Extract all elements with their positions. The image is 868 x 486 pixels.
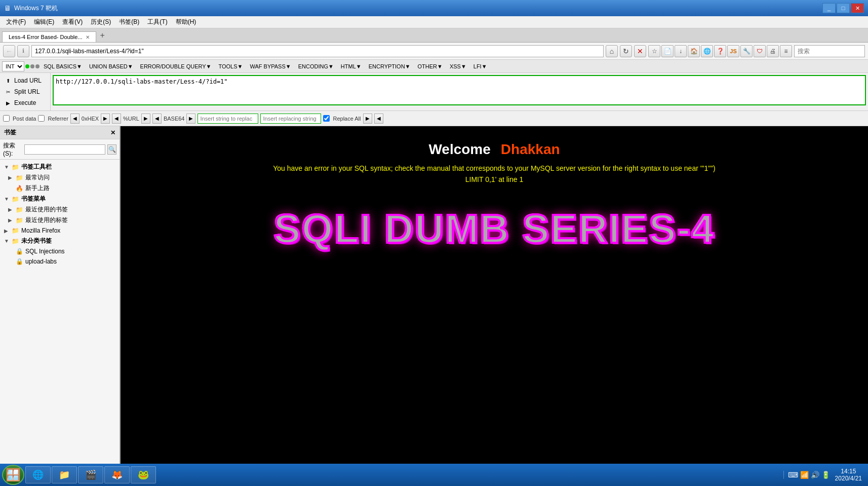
post-data-checkbox[interactable] — [3, 115, 10, 122]
menu-bar: 文件(F) 编辑(E) 查看(V) 历史(S) 书签(B) 工具(T) 帮助(H… — [0, 16, 868, 28]
gray-dot — [30, 64, 34, 68]
print-button[interactable]: 🖨 — [767, 45, 779, 57]
tree-item-toolbar[interactable]: ▼ 📁 书签工具栏 — [0, 162, 120, 172]
error-double-menu[interactable]: ERROR/DOUBLE QUERY▼ — [137, 62, 215, 70]
tree-item-unsorted[interactable]: ▼ 📁 未分类书签 — [0, 236, 120, 246]
hex-right-button[interactable]: ▶ — [101, 114, 110, 124]
close-button[interactable]: ✕ — [851, 3, 864, 13]
insert-replacing-input[interactable] — [260, 114, 321, 124]
refresh-button[interactable]: ↻ — [620, 45, 632, 57]
encoding-menu[interactable]: ENCODING▼ — [295, 62, 337, 70]
sql-basics-menu[interactable]: SQL BASICS▼ — [41, 62, 85, 70]
gray-dot2 — [35, 64, 40, 68]
tab-close-button[interactable]: ✕ — [86, 34, 90, 40]
tray-volume-icon[interactable]: 🔊 — [811, 471, 819, 479]
globe-button[interactable]: 🌐 — [701, 45, 713, 57]
menu-history[interactable]: 历史(S) — [87, 17, 115, 27]
encryption-menu[interactable]: ENCRYPTION▼ — [366, 62, 414, 70]
insert-string-input[interactable] — [198, 114, 258, 124]
taskbar-frog-button[interactable]: 🐸 — [131, 466, 156, 483]
folder-icon: 📁 — [11, 163, 19, 171]
bookmarks-close-button[interactable]: ✕ — [110, 129, 115, 136]
shield-button[interactable]: 🛡 — [754, 45, 766, 57]
taskbar-folder-button[interactable]: 📁 — [52, 466, 77, 483]
url-input-field[interactable]: http://127.0.0.1/sqli-labs-master/Less-4… — [53, 75, 866, 105]
tree-label6: 最近使用的标签 — [25, 216, 68, 225]
menu-bookmarks[interactable]: 书签(B) — [115, 17, 143, 27]
html-menu[interactable]: HTML▼ — [338, 62, 365, 70]
search-input[interactable] — [794, 45, 865, 57]
replace-all-checkbox[interactable] — [323, 115, 330, 122]
hex-left-button[interactable]: ◀ — [70, 114, 80, 124]
nav-bar: ← ℹ ⌂ ↻ ✕ ☆ 📄 ↓ 🏠 🌐 ❓ JS 🔧 🛡 🖨 ≡ — [0, 43, 868, 60]
base64-right-button[interactable]: ▶ — [186, 114, 195, 124]
menu-tools[interactable]: 工具(T) — [143, 17, 171, 27]
bookmark-star-button[interactable]: ☆ — [648, 45, 660, 57]
tree-arrow3: ▶ — [8, 207, 13, 212]
window-title: Windows 7 靶机 — [14, 4, 822, 13]
base64-left-button[interactable]: ◀ — [152, 114, 162, 124]
tree-item-frequent[interactable]: ▶ 📁 最常访问 — [4, 172, 120, 183]
execute-button[interactable]: ▶ Execute — [0, 97, 50, 108]
green-dot — [25, 64, 29, 68]
other-menu[interactable]: OTHER▼ — [414, 62, 445, 70]
referrer-checkbox[interactable] — [38, 115, 45, 122]
tree-item-sql-injections[interactable]: 🔒 SQL Injections — [4, 246, 120, 256]
split-url-button[interactable]: ✂ Split URL — [0, 86, 50, 97]
type-select[interactable]: INT — [2, 61, 24, 71]
sql-toolbar: INT SQL BASICS▼ UNION BASED▼ ERROR/DOUBL… — [0, 60, 868, 73]
tray-network-icon[interactable]: 📶 — [800, 471, 809, 479]
tray-keyboard-icon[interactable]: ⌨ — [788, 471, 798, 479]
menu-help[interactable]: 帮助(H) — [172, 17, 201, 27]
load-url-button[interactable]: ⬆ Load URL — [0, 75, 50, 86]
menu-edit[interactable]: 编辑(E) — [30, 17, 58, 27]
info-button[interactable]: ℹ — [17, 45, 29, 57]
tree-arrow4: ▶ — [8, 217, 13, 223]
minimize-button[interactable]: _ — [822, 3, 836, 13]
taskbar-firefox-button[interactable]: 🦊 — [104, 466, 130, 483]
js-button[interactable]: JS — [727, 45, 739, 57]
replace-all-label: Replace All — [333, 116, 361, 122]
base64-label: BASE64 — [164, 116, 185, 122]
waf-bypass-menu[interactable]: WAF BYPASS▼ — [247, 62, 294, 70]
lfi-menu[interactable]: LFI▼ — [470, 62, 490, 70]
bookmarks-search-button[interactable]: 🔍 — [107, 144, 116, 155]
menu-view[interactable]: 查看(V) — [58, 17, 87, 27]
tools-menu[interactable]: TOOLS▼ — [215, 62, 246, 70]
replace-left-button[interactable]: ◀ — [374, 114, 383, 124]
hex-label: 0xHEX — [82, 116, 99, 122]
replace-right-button[interactable]: ▶ — [363, 114, 372, 124]
tree-item-newbie[interactable]: 🔥 新手上路 — [4, 183, 120, 194]
tree-item-mozilla[interactable]: ▶ 📁 Mozilla Firefox — [0, 226, 120, 236]
xss-menu[interactable]: XSS▼ — [447, 62, 469, 70]
tree-item-recent-tags[interactable]: ▶ 📁 最近使用的标签 — [4, 215, 120, 226]
reader-button[interactable]: 📄 — [661, 45, 674, 57]
address-bar[interactable] — [31, 45, 604, 57]
menu-nav-button[interactable]: ≡ — [780, 45, 792, 57]
tree-label2: 最常访问 — [25, 173, 50, 182]
tree-item-upload-labs[interactable]: 🔒 upload-labs — [4, 256, 120, 267]
back-button[interactable]: ← — [3, 45, 15, 57]
taskbar-media-button[interactable]: 🎬 — [78, 466, 103, 483]
start-button[interactable]: 🪟 — [2, 465, 24, 485]
stop-button[interactable]: ✕ — [634, 45, 646, 57]
menu-file[interactable]: 文件(F) — [2, 17, 30, 27]
union-based-menu[interactable]: UNION BASED▼ — [86, 62, 136, 70]
load-url-icon: ⬆ — [4, 77, 12, 85]
url-right-button[interactable]: ▶ — [141, 114, 150, 124]
download-button[interactable]: ↓ — [675, 45, 687, 57]
tree-label7: Mozilla Firefox — [21, 227, 60, 234]
tree-item-menu[interactable]: ▼ 📁 书签菜单 — [0, 194, 120, 204]
maximize-button[interactable]: □ — [837, 3, 850, 13]
question-button[interactable]: ❓ — [714, 45, 726, 57]
home-button[interactable]: ⌂ — [606, 45, 618, 57]
bookmarks-search-input[interactable] — [24, 144, 105, 155]
tray-battery-icon[interactable]: 🔋 — [821, 471, 830, 479]
taskbar-ie-button[interactable]: 🌐 — [25, 466, 51, 483]
ext1-button[interactable]: 🔧 — [740, 45, 753, 57]
active-tab[interactable]: Less-4 Error Based- Double... ✕ — [2, 31, 96, 42]
tree-item-recent-bookmarks[interactable]: ▶ 📁 最近使用的书签 — [4, 204, 120, 215]
new-tab-button[interactable]: + — [96, 29, 109, 42]
home-nav-button[interactable]: 🏠 — [688, 45, 700, 57]
url-left-button[interactable]: ◀ — [112, 114, 121, 124]
